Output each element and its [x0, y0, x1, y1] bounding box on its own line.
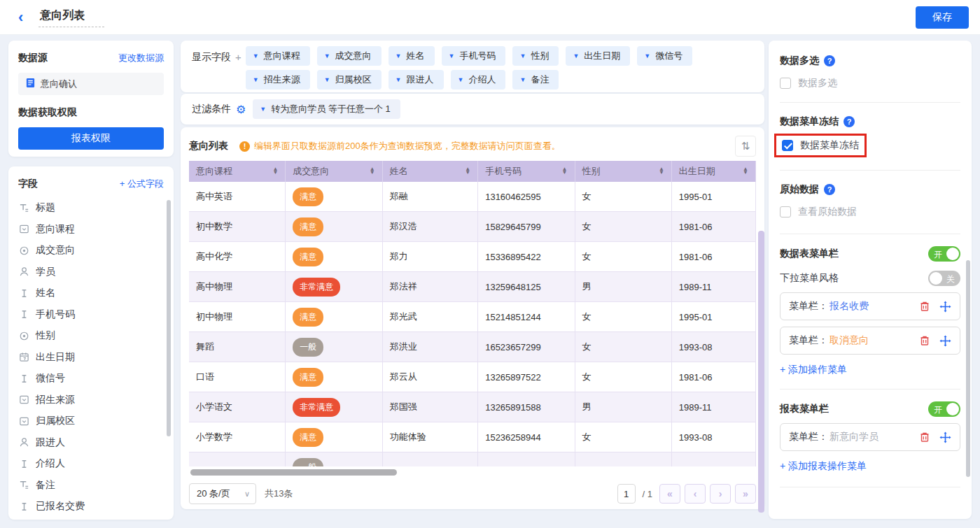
display-field-chip[interactable]: ▼备注: [512, 70, 559, 90]
table-cell: 满意: [286, 242, 382, 271]
field-item[interactable]: 归属校区: [8, 411, 174, 432]
checkbox-unchecked[interactable]: [780, 78, 791, 89]
last-page-button[interactable]: »: [735, 484, 756, 504]
text-icon: [19, 501, 29, 512]
text-icon: [19, 459, 29, 469]
sort-carets[interactable]: ▲▼: [272, 168, 278, 175]
fields-title: 字段: [18, 178, 38, 190]
fields-scrollbar[interactable]: [167, 200, 171, 436]
field-item[interactable]: 手机号码: [8, 304, 174, 326]
field-item[interactable]: 标题: [8, 197, 174, 219]
next-page-button[interactable]: ›: [710, 484, 731, 504]
display-field-chip[interactable]: ▼跟进人: [388, 70, 444, 90]
field-label: 意向课程: [36, 223, 75, 236]
raw-data-checkbox-row[interactable]: 查看原始数据: [780, 206, 960, 218]
table-horizontal-scrollbar[interactable]: [190, 469, 397, 476]
field-item[interactable]: 姓名: [8, 283, 174, 304]
add-display-field-icon[interactable]: +: [235, 51, 241, 87]
save-button[interactable]: 保存: [916, 6, 969, 29]
help-icon[interactable]: ?: [824, 184, 835, 195]
move-icon[interactable]: [939, 431, 951, 443]
table-vertical-scrollbar[interactable]: [758, 231, 764, 513]
sort-carets[interactable]: ▲▼: [659, 168, 664, 175]
table-cell: [383, 452, 479, 466]
settings-scrollbar[interactable]: [966, 260, 970, 477]
current-page-input[interactable]: 1: [617, 484, 636, 504]
menu-bar-prefix: 菜单栏：: [789, 431, 828, 443]
change-datasource-link[interactable]: 更改数据源: [118, 52, 164, 64]
display-field-chip[interactable]: ▼出生日期: [566, 46, 630, 66]
report-menu-toggle-on[interactable]: 开: [928, 401, 960, 417]
field-label: 姓名: [36, 287, 55, 299]
display-field-chip[interactable]: ▼性别: [512, 46, 559, 66]
field-item[interactable]: 已报名交费: [8, 496, 174, 518]
field-item[interactable]: 介绍人: [8, 453, 174, 475]
field-item[interactable]: 意向课程: [8, 219, 174, 241]
field-item[interactable]: 出生日期: [8, 347, 174, 369]
display-field-chip[interactable]: ▼手机号码: [442, 46, 506, 66]
field-item[interactable]: 学员: [8, 262, 174, 283]
dropdown-style-toggle-off[interactable]: 关: [928, 271, 960, 286]
menu-bar-value[interactable]: 报名收费: [830, 300, 869, 313]
table-cell: [189, 452, 286, 466]
add-report-action-menu-link[interactable]: + 添加报表操作菜单: [780, 460, 960, 473]
table-cell: 郑力: [383, 242, 479, 271]
help-icon[interactable]: ?: [844, 116, 855, 127]
page-title[interactable]: 意向列表: [38, 7, 104, 27]
datasource-item[interactable]: 意向确认: [18, 73, 164, 95]
prev-page-button[interactable]: ‹: [685, 484, 706, 504]
delete-icon[interactable]: [919, 431, 930, 443]
menu-bar-item: 菜单栏：取消意向: [780, 327, 960, 355]
display-field-chip[interactable]: ▼意向课程: [246, 46, 310, 66]
display-field-chip[interactable]: ▼微信号: [637, 46, 692, 66]
datasource-panel: 数据源 更改数据源 意向确认 数据获取权限 报表权限: [8, 41, 174, 157]
field-item[interactable]: 招生来源: [8, 390, 174, 411]
menu-freeze-checkbox-row[interactable]: 数据菜单冻结: [782, 139, 859, 152]
multi-select-checkbox-row[interactable]: 数据多选: [780, 77, 960, 90]
menu-bar-value[interactable]: 新意向学员: [830, 431, 878, 443]
checkbox-checked[interactable]: [782, 140, 793, 151]
sort-carets[interactable]: ▲▼: [465, 168, 470, 175]
display-field-chip[interactable]: ▼介绍人: [451, 70, 506, 90]
person-icon: [19, 266, 29, 277]
column-header-label: 姓名: [390, 165, 408, 178]
sort-order-button[interactable]: ⇅: [735, 136, 756, 157]
help-icon[interactable]: ?: [824, 55, 835, 66]
sort-carets[interactable]: ▲▼: [370, 168, 375, 175]
report-permission-button[interactable]: 报表权限: [18, 127, 164, 150]
add-formula-field-link[interactable]: + 公式字段: [120, 178, 164, 190]
sort-carets[interactable]: ▲▼: [562, 168, 568, 175]
move-icon[interactable]: [939, 301, 951, 313]
field-item[interactable]: 备注: [8, 475, 174, 497]
delete-icon[interactable]: [919, 301, 930, 312]
filter-condition-chip[interactable]: ▼ 转为意向学员 等于任意一个 1: [253, 99, 400, 119]
display-fields-panel: 显示字段 + ▼意向课程▼成交意向▼姓名▼手机号码▼性别▼出生日期▼微信号▼招生…: [181, 41, 764, 92]
display-field-chip[interactable]: ▼招生来源: [246, 70, 310, 90]
multi-select-checkbox-label: 数据多选: [798, 77, 837, 90]
move-icon[interactable]: [939, 335, 951, 347]
table-cell: 13160462595: [478, 182, 575, 211]
field-item[interactable]: 成交意向: [8, 240, 174, 262]
table-cell: 满意: [286, 212, 382, 241]
display-field-chip[interactable]: ▼归属校区: [317, 70, 382, 90]
sort-carets[interactable]: ▲▼: [743, 168, 748, 175]
checkbox-unchecked[interactable]: [780, 206, 791, 217]
first-page-button[interactable]: «: [659, 484, 680, 504]
display-field-chip[interactable]: ▼姓名: [388, 46, 435, 66]
column-header: 意向课程▲▼: [189, 161, 286, 182]
add-action-menu-link[interactable]: + 添加操作菜单: [780, 364, 960, 376]
menu-bar-value[interactable]: 取消意向: [830, 334, 869, 347]
chevron-down-icon: ▼: [644, 52, 650, 59]
field-item[interactable]: 微信号: [8, 368, 174, 390]
data-menu-toggle-on[interactable]: 开: [928, 246, 960, 262]
display-field-chip[interactable]: ▼成交意向: [317, 46, 382, 66]
page-size-select[interactable]: 20 条/页 ∨: [189, 483, 256, 504]
back-icon[interactable]: ‹: [18, 10, 23, 25]
gear-icon[interactable]: ⚙: [236, 103, 246, 116]
calendar-icon: [19, 352, 29, 362]
pagination-bar: 20 条/页 ∨ 共13条 1 / 1 « ‹ › »: [189, 483, 756, 505]
delete-icon[interactable]: [919, 335, 930, 346]
field-item[interactable]: 性别: [8, 325, 174, 347]
field-item[interactable]: 跟进人: [8, 432, 174, 454]
menu-bar-item: 菜单栏：新意向学员: [780, 423, 960, 451]
